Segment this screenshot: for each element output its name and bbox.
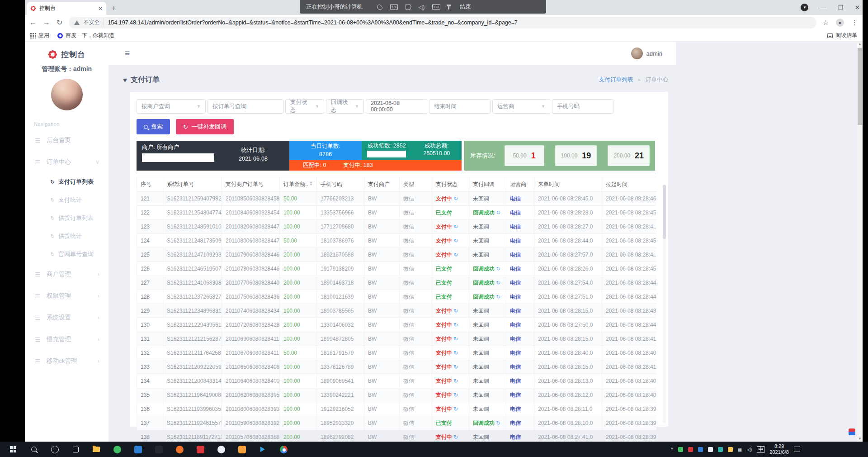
refresh-status-icon[interactable]: ↻	[496, 280, 500, 286]
scroll-up-icon[interactable]: ▲	[857, 42, 863, 47]
bookmark-baidu[interactable]: 百度一下，你就知道	[57, 32, 114, 39]
url-text[interactable]: 154.197.48.141/admin/order/listOrder?ord…	[108, 19, 518, 26]
back-button[interactable]: ←	[29, 19, 37, 27]
table-row[interactable]: 132S162311212117642581942011067060808284…	[137, 346, 657, 360]
sidebar-item-系统设置[interactable]: ☰系统设置›	[25, 307, 108, 328]
sidebar-item-订单中心[interactable]: ☰订单中心∨	[25, 151, 108, 173]
tray-app-blue-icon[interactable]	[698, 447, 703, 452]
sidebar-item-商户管理[interactable]: ☰商户管理›	[25, 263, 108, 285]
refresh-status-icon[interactable]: ↻	[453, 336, 458, 342]
hd-icon[interactable]: HD	[432, 4, 440, 10]
tray-expand-icon[interactable]: ^	[671, 447, 673, 452]
column-header-订单金额..[interactable]: 订单金额..	[280, 177, 317, 192]
table-row[interactable]: 126S162311212465195072512011078060808284…	[137, 262, 657, 276]
table-scrollbar[interactable]	[663, 185, 666, 423]
refresh-status-icon[interactable]: ↻	[496, 266, 500, 272]
app-white-icon[interactable]	[216, 444, 226, 454]
merchant-input[interactable]	[142, 153, 214, 162]
app-red-icon[interactable]	[195, 444, 205, 454]
filter-select-回调状态[interactable]: 回调状态▼	[326, 99, 364, 114]
app-orange-icon[interactable]	[237, 444, 247, 454]
bookmark-star-icon[interactable]: ☆	[823, 19, 829, 27]
refresh-status-icon[interactable]: ↻	[453, 238, 458, 244]
table-row[interactable]: 122S162311212548047744...201108406080828…	[137, 206, 657, 220]
ratio-1-1-icon[interactable]: 1:1	[390, 4, 398, 10]
phone-icon[interactable]	[377, 5, 382, 10]
tray-volume-icon[interactable]: ◁)	[747, 447, 752, 452]
sidebar-item-后台首页[interactable]: ☰后台首页	[25, 129, 108, 151]
speaker-icon[interactable]: ◁)	[418, 4, 425, 10]
refresh-status-icon[interactable]: ↻	[453, 378, 458, 384]
filter-input-按订单号查询[interactable]: 按订单号查询	[208, 99, 283, 114]
sidebar-item-权限管理[interactable]: ☰权限管理›	[25, 285, 108, 307]
chrome-icon[interactable]	[278, 444, 288, 454]
refresh-status-icon[interactable]: ↻	[496, 294, 500, 300]
table-row[interactable]: 129S162311212348968319192011074060808284…	[137, 304, 657, 318]
refresh-status-icon[interactable]: ↻	[453, 252, 458, 258]
filter-select-支付状态[interactable]: 支付状态▼	[285, 99, 324, 114]
table-row[interactable]: 121S162311212594079828...201108506080828…	[137, 192, 657, 206]
table-row[interactable]: 131S162311212121562879392011069060808284…	[137, 332, 657, 346]
sidebar-item-移动ck管理[interactable]: ☰移动ck管理›	[25, 350, 108, 372]
app-blue-icon[interactable]	[133, 444, 143, 454]
resend-callback-button[interactable]: ↻ 一键补发回调	[176, 119, 234, 134]
browser-menu-icon[interactable]: ⋮	[851, 19, 858, 27]
table-row[interactable]: 128S162311212372658277002011075060808284…	[137, 290, 657, 304]
refresh-status-icon[interactable]: ↻	[453, 392, 458, 398]
sidebar-subitem-供货统计[interactable]: ↻供货统计	[25, 227, 108, 245]
file-explorer-icon[interactable]	[91, 444, 101, 454]
sidebar-toggle-icon[interactable]: ≡	[125, 48, 130, 58]
cortana-button[interactable]	[50, 444, 60, 454]
reload-button[interactable]: ↻	[57, 18, 62, 27]
refresh-status-icon[interactable]: ↻	[453, 406, 458, 412]
table-row[interactable]: 138S162311211891172712412011057060808283…	[137, 430, 657, 442]
tray-network-icon[interactable]: ▦	[738, 447, 742, 452]
breadcrumb-link[interactable]: 支付订单列表	[599, 76, 633, 83]
table-row[interactable]: 136S162311211939960352042011060060808283…	[137, 402, 657, 416]
topbar-avatar[interactable]	[631, 48, 643, 59]
forward-button[interactable]: →	[43, 19, 50, 27]
table-row[interactable]: 134S162311212008433143882011064060808284…	[137, 374, 657, 388]
terminal-icon[interactable]	[154, 444, 164, 454]
table-row[interactable]: 123S162311212485910104982011082060808284…	[137, 220, 657, 234]
browser-360-icon[interactable]	[112, 444, 122, 454]
sort-icon[interactable]	[310, 181, 312, 186]
filter-input-手机号码[interactable]: 手机号码	[552, 99, 613, 114]
remote-end-button[interactable]: 结束	[460, 3, 471, 11]
tab-close-icon[interactable]: ✕	[98, 5, 103, 12]
pin-icon[interactable]	[448, 5, 449, 10]
filter-input-结束时间[interactable]: 结束时间	[429, 99, 491, 114]
search-button[interactable]: 搜索	[137, 119, 170, 134]
browser-scrollbar[interactable]: ▲ ▼	[857, 42, 863, 442]
table-row[interactable]: 127S162311212410683083082011077060808284…	[137, 276, 657, 290]
refresh-status-icon[interactable]: ↻	[453, 308, 458, 314]
filter-select-运营商[interactable]: 运营商▼	[492, 99, 550, 114]
close-button[interactable]: ✕	[855, 4, 860, 11]
sidebar-subitem-官网单号查询[interactable]: ↻官网单号查询	[25, 245, 108, 263]
refresh-status-icon[interactable]: ↻	[496, 209, 500, 216]
browser-tab[interactable]: 控制台 ✕	[27, 2, 106, 15]
search-button[interactable]	[29, 444, 39, 454]
table-row[interactable]: 133S162311212092220597...201106506080828…	[137, 360, 657, 374]
table-row[interactable]: 125S162311212471092932172011079060808284…	[137, 248, 657, 262]
sidebar-subitem-支付订单列表[interactable]: ↻支付订单列表	[25, 173, 108, 191]
start-button[interactable]	[8, 444, 18, 454]
scroll-down-icon[interactable]: ▼	[857, 436, 863, 442]
table-row[interactable]: 124S162311212481735090662011080060808284…	[137, 234, 657, 248]
ime-indicator[interactable]: 中	[757, 446, 764, 453]
table-row[interactable]: 135S162311211964190088622011062060808283…	[137, 388, 657, 402]
sidebar-subitem-供货订单列表[interactable]: ↻供货订单列表	[25, 209, 108, 227]
topbar-user[interactable]: admin	[631, 48, 662, 59]
float-badge-icon[interactable]	[849, 428, 855, 435]
refresh-status-icon[interactable]: ↻	[453, 224, 458, 230]
refresh-status-icon[interactable]: ↻	[453, 350, 458, 356]
user-avatar[interactable]	[51, 79, 83, 110]
tray-app-red-icon[interactable]	[688, 447, 693, 452]
tray-app-yellow-icon[interactable]	[728, 447, 733, 452]
apps-shortcut[interactable]: 应用	[30, 32, 49, 39]
sidebar-subitem-支付统计[interactable]: ↻支付统计	[25, 191, 108, 209]
app-logo[interactable]: 控制台	[25, 42, 108, 60]
tray-app-white-icon[interactable]	[708, 447, 713, 452]
task-view-button[interactable]	[71, 444, 80, 454]
tray-app-teal-icon[interactable]	[718, 447, 723, 452]
